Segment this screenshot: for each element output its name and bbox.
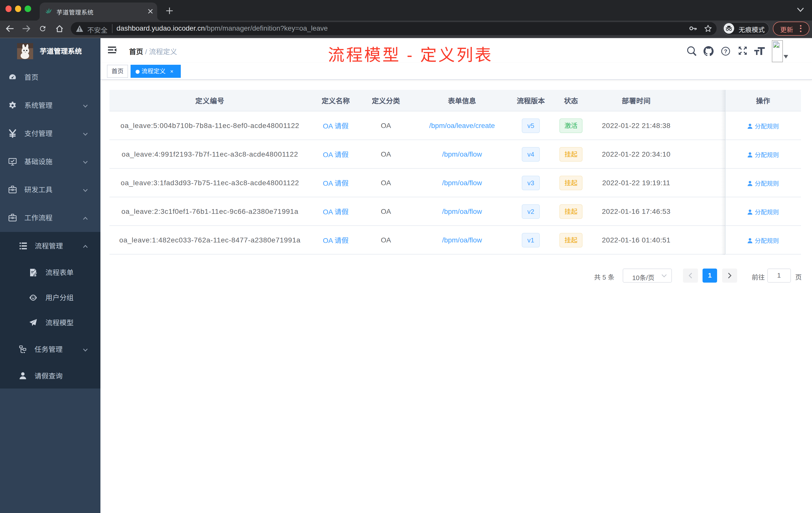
svg-text:?: ? xyxy=(724,48,727,54)
